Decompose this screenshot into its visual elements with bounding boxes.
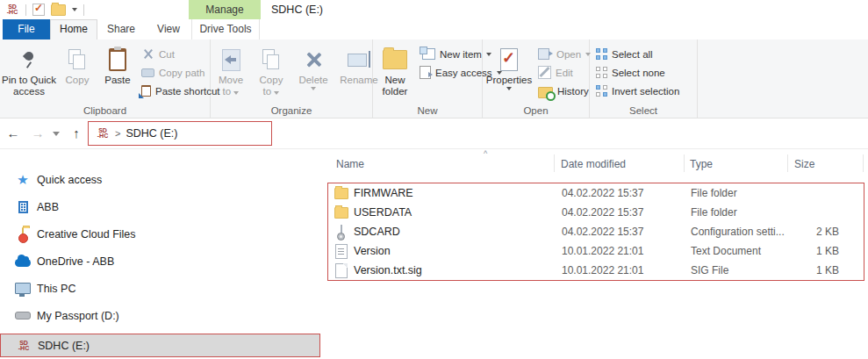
sort-ascending-icon: ^	[484, 149, 487, 158]
rename-icon	[348, 54, 367, 67]
button-label: Move	[219, 75, 243, 86]
sidebar-item-creative-cloud-files[interactable]: Creative Cloud Files	[0, 222, 320, 246]
column-header-date-modified[interactable]: Date modified	[561, 158, 626, 170]
qat-dropdown-caret-icon[interactable]	[72, 8, 77, 11]
file-type: File folder	[691, 183, 737, 203]
building-icon	[18, 201, 28, 213]
quick-access-toolbar: SD-HC	[0, 0, 868, 19]
title-bar: SD-HC Manage SDHC (E:)	[0, 0, 868, 19]
invert-selection-button[interactable]: Invert selection	[593, 82, 682, 100]
file-row-firmware[interactable]: FIRMWARE 04.02.2022 15:37 File folder	[328, 183, 864, 203]
creative-cloud-folder-icon	[22, 228, 24, 241]
column-separator[interactable]	[863, 154, 864, 172]
button-label: History	[557, 86, 589, 97]
group-label-organize: Organize	[211, 105, 372, 116]
quick-access-star-icon: ★	[17, 173, 28, 186]
properties-check-icon[interactable]	[32, 4, 45, 16]
file-row-userdata[interactable]: USERDATA 04.02.2022 15:37 File folder	[328, 203, 864, 222]
file-size	[766, 203, 839, 222]
folder-icon[interactable]	[51, 4, 66, 16]
sdhc-drive-icon: SD-HC	[96, 128, 110, 139]
breadcrumb[interactable]: SD-HC > SDHC (E:)	[88, 121, 272, 146]
text-file-icon	[335, 244, 348, 259]
tab-home[interactable]: Home	[50, 19, 97, 39]
address-bar: ← → ↑ SD-HC > SDHC (E:)	[0, 119, 868, 149]
forward-button[interactable]: →	[28, 119, 47, 147]
button-label: New	[384, 75, 405, 86]
file-name: Version	[354, 241, 391, 261]
sidebar-item-this-pc[interactable]: This PC	[0, 276, 320, 300]
file-date: 04.02.2022 15:37	[562, 222, 643, 241]
ribbon-group-select: Select all Select none Invert selection …	[590, 39, 698, 118]
navigation-pane: ★ Quick access ABB Creative Cloud Files …	[0, 149, 321, 359]
column-separator[interactable]	[787, 154, 788, 172]
move-to-button[interactable]: Move to	[211, 43, 251, 99]
pin-to-quick-access-button[interactable]: Pin to Quick access	[0, 43, 58, 99]
sidebar-item-label: Creative Cloud Files	[37, 228, 136, 241]
scissors-icon	[141, 48, 154, 60]
file-type: File folder	[691, 203, 737, 222]
button-label: Edit	[556, 68, 573, 78]
select-none-icon	[596, 67, 607, 78]
button-label: Cut	[159, 49, 175, 60]
sidebar-item-abb[interactable]: ABB	[0, 195, 320, 219]
file-date: 10.01.2022 21:01	[562, 261, 643, 280]
file-row-version[interactable]: Version 10.01.2022 21:01 Text Document 1…	[328, 241, 864, 261]
copy-path-icon	[141, 68, 154, 77]
pin-icon	[21, 49, 37, 70]
file-row-sdcard[interactable]: SDCARD 04.02.2022 15:37 Configuration se…	[328, 222, 864, 241]
group-label-clipboard: Clipboard	[0, 105, 210, 116]
column-header-name[interactable]: Name	[336, 158, 364, 170]
up-button[interactable]: ↑	[67, 119, 86, 147]
sidebar-item-label: OneDrive - ABB	[37, 255, 114, 268]
sidebar-item-label: ABB	[37, 201, 59, 213]
sidebar-item-label: Quick access	[37, 174, 102, 186]
button-label: Invert selection	[612, 86, 679, 97]
back-button[interactable]: ←	[4, 119, 23, 147]
manage-contextual-header: Manage	[189, 0, 261, 19]
button-label: Copy	[260, 75, 283, 86]
select-all-button[interactable]: Select all	[593, 45, 682, 63]
sidebar-item-label: SDHC (E:)	[38, 340, 90, 352]
recent-locations-chevron-icon[interactable]	[53, 132, 60, 136]
sidebar-item-onedrive-abb[interactable]: OneDrive - ABB	[0, 249, 320, 273]
dropdown-caret-icon	[274, 91, 279, 95]
sidebar-item-quick-access[interactable]: ★ Quick access	[0, 168, 320, 191]
history-button[interactable]: History	[535, 82, 593, 100]
tab-share[interactable]: Share	[97, 19, 145, 39]
new-folder-icon	[383, 50, 407, 69]
sidebar-item-my-passport[interactable]: My Passport (D:)	[0, 304, 320, 327]
tab-drive-tools[interactable]: Drive Tools	[191, 19, 260, 39]
file-row-version-txt-sig[interactable]: Version.txt.sig 10.01.2022 21:01 SIG Fil…	[328, 261, 864, 280]
invert-selection-icon	[596, 85, 607, 97]
button-label: Open	[556, 49, 581, 60]
group-label-select: Select	[590, 105, 697, 116]
tab-view[interactable]: View	[145, 19, 192, 39]
button-label: Properties	[486, 75, 532, 86]
edit-button[interactable]: Edit	[535, 63, 593, 82]
history-icon	[538, 87, 553, 98]
sdhc-drive-icon: SD-HC	[17, 341, 31, 351]
column-separator[interactable]	[554, 154, 555, 172]
copy-button[interactable]: Copy	[58, 43, 97, 88]
sidebar-item-sdhc[interactable]: SD-HC SDHC (E:)	[0, 334, 320, 357]
ribbon-tab-row: File Home Share View Drive Tools	[0, 19, 868, 39]
column-header-type[interactable]: Type	[690, 158, 713, 170]
tab-file[interactable]: File	[3, 19, 50, 39]
open-button[interactable]: Open	[535, 45, 593, 63]
button-label: Select none	[612, 68, 665, 78]
breadcrumb-drive-label: SDHC (E:)	[126, 127, 177, 140]
paste-button[interactable]: Paste	[97, 43, 139, 88]
new-item-icon	[422, 48, 435, 60]
sdhc-drive-icon: SD-HC	[5, 4, 19, 15]
delete-button[interactable]: Delete	[291, 43, 335, 92]
copy-icon	[68, 49, 86, 70]
file-name: USERDATA	[354, 203, 412, 222]
new-folder-button[interactable]: New folder	[373, 43, 417, 99]
column-header-size[interactable]: Size	[794, 158, 814, 170]
copy-to-button[interactable]: Copy to	[251, 43, 291, 99]
select-none-button[interactable]: Select none	[593, 63, 682, 82]
properties-button[interactable]: Properties	[483, 43, 535, 92]
button-label: Copy path	[159, 68, 204, 78]
column-separator[interactable]	[684, 154, 685, 172]
